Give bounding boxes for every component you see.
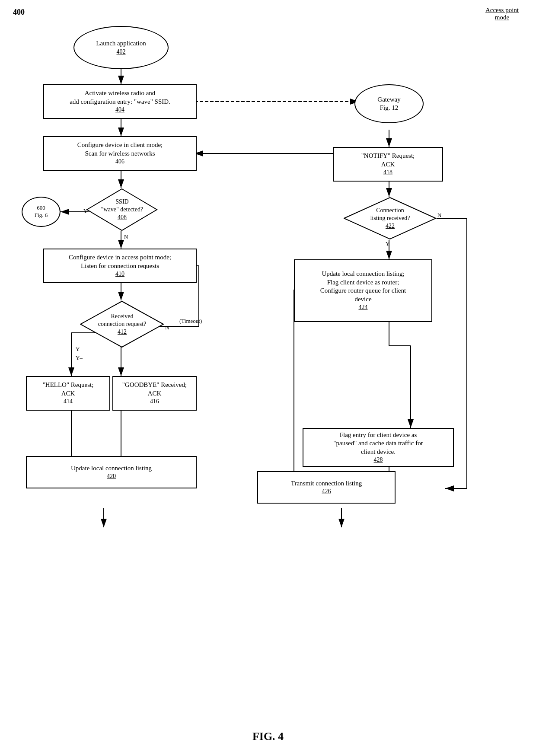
label-408-n: N — [124, 233, 128, 240]
label-408-y: Y← — [83, 207, 93, 214]
diagram-number: 400 — [13, 8, 25, 17]
node-428: Flag entry for client device as"paused" … — [303, 428, 454, 467]
node-424: Update local connection listing;Flag cli… — [294, 259, 432, 322]
node-420: Update local connection listing 420 — [26, 456, 197, 488]
node-426: Transmit connection listing 426 — [257, 471, 396, 504]
figure-label: FIG. 4 — [252, 730, 284, 743]
label-412-y2: Y– — [76, 354, 83, 361]
node-410: Configure device in access point mode;Li… — [43, 249, 197, 283]
node-418: "NOTIFY" Request;ACK 418 — [333, 147, 443, 182]
label-412-timeout: (Timeout) — [179, 318, 202, 325]
label-422-n: N — [437, 212, 441, 219]
node-600: 600Fig. 6 — [22, 197, 61, 227]
node-416: "GOODBYE" Received;ACK 416 — [112, 376, 197, 411]
node-gateway: GatewayFig. 12 — [354, 84, 424, 123]
node-422: Connectionlisting received?422 — [344, 197, 437, 240]
node-412: Receivedconnection request?412 — [80, 300, 164, 348]
access-point-label: Access point mode — [485, 6, 519, 21]
flowchart-diagram: 400 Access point mode Launch application… — [0, 0, 536, 756]
label-412-n: N — [165, 324, 169, 331]
label-422-y: Y — [386, 240, 389, 247]
node-404: Activate wireless radio andadd configura… — [43, 84, 197, 119]
node-402: Launch application 402 — [73, 26, 169, 69]
node-408: SSID"wave" detected?408 — [86, 188, 158, 231]
node-406: Configure device in client mode;Scan for… — [43, 136, 197, 171]
label-412-y1: Y — [76, 346, 80, 353]
node-414: "HELLO" Request;ACK 414 — [26, 376, 110, 411]
